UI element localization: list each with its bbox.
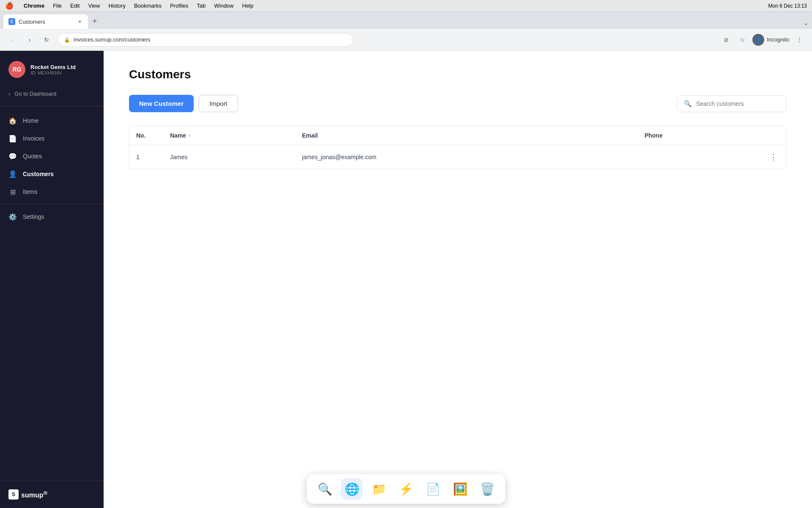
dock-icon-trash[interactable]: 🗑️ [476, 478, 498, 500]
col-name-label: Name [170, 132, 186, 139]
incognito-badge: 👤 Incognito [752, 34, 789, 46]
menu-edit[interactable]: Edit [70, 3, 80, 9]
sort-asc-icon: ↑ [188, 133, 190, 138]
table-body: 1 James james_jonas@example.com ⋮ [129, 145, 786, 169]
menu-bookmarks[interactable]: Bookmarks [134, 3, 162, 9]
sidebar-item-items[interactable]: ⊞ Items [0, 183, 104, 201]
search-icon: 🔍 [684, 100, 692, 108]
browser-tab[interactable]: C Customers ✕ [3, 14, 88, 29]
menu-bar: 🍎 Chrome File Edit View History Bookmark… [0, 0, 812, 12]
menu-app-name[interactable]: Chrome [24, 3, 44, 9]
cell-no: 1 [129, 145, 163, 169]
table-row[interactable]: 1 James james_jonas@example.com ⋮ [129, 145, 786, 169]
incognito-label: Incognito [767, 36, 789, 43]
sidebar-item-customers[interactable]: 👤 Customers [0, 165, 104, 183]
menu-view[interactable]: View [88, 3, 100, 9]
go-to-dashboard-button[interactable]: ‹ Go to Dashboard [0, 86, 104, 101]
dock-icon-bolt[interactable]: ⚡ [395, 478, 417, 500]
go-dashboard-label: Go to Dashboard [14, 91, 56, 97]
cell-menu: ⋮ [761, 145, 786, 169]
search-box[interactable]: 🔍 [677, 95, 787, 112]
company-info: Rocket Gems Ltd ID: MEXH934V [30, 64, 76, 75]
row-menu-button[interactable]: ⋮ [768, 151, 779, 163]
home-icon: 🏠 [8, 116, 17, 125]
cell-email: james_jonas@example.com [295, 145, 638, 169]
dock-icon-notes[interactable]: 📄 [422, 478, 444, 500]
browser-window: C Customers ✕ + ⌄ ‹ › ↻ 🔒 invoices.sumup… [0, 12, 812, 508]
sidebar-label-settings: Settings [23, 213, 44, 220]
menubar-time: Mon 6 Dec 13:13 [768, 3, 807, 9]
dock-icon-preview[interactable]: 🖼️ [449, 478, 471, 500]
page-title: Customers [129, 68, 787, 81]
dock-icon-chrome[interactable]: 🌐 [341, 478, 363, 500]
sidebar-label-home: Home [23, 117, 38, 124]
back-arrow-icon: ‹ [8, 91, 10, 97]
incognito-avatar: 👤 [752, 34, 764, 46]
sidebar: RG Rocket Gems Ltd ID: MEXH934V ‹ Go to … [0, 51, 104, 508]
menu-window[interactable]: Window [214, 3, 233, 9]
new-tab-button[interactable]: + [89, 15, 101, 27]
lock-icon: 🔒 [64, 37, 70, 43]
cell-phone [638, 145, 761, 169]
invoices-icon: 📄 [8, 134, 17, 143]
action-bar: New Customer Import 🔍 [129, 95, 787, 112]
col-header-name[interactable]: Name ↑ [163, 126, 295, 145]
main-content: Customers New Customer Import 🔍 No. [104, 51, 812, 508]
new-customer-button[interactable]: New Customer [129, 95, 194, 112]
customers-icon: 👤 [8, 170, 17, 178]
sumup-text: sumup® [21, 490, 47, 499]
sidebar-item-invoices[interactable]: 📄 Invoices [0, 130, 104, 147]
address-bar: ‹ › ↻ 🔒 invoices.sumup.com/customers ⊘ ☆… [0, 29, 812, 51]
menu-help[interactable]: Help [242, 3, 254, 9]
sidebar-item-settings[interactable]: ⚙️ Settings [0, 208, 104, 226]
import-button[interactable]: Import [199, 95, 238, 112]
sidebar-label-quotes: Quotes [23, 153, 42, 160]
sidebar-divider [0, 106, 104, 107]
sidebar-nav: 🏠 Home 📄 Invoices 💬 Quotes 👤 Customers ⊞ [0, 108, 104, 480]
menu-dots-icon[interactable]: ⋮ [793, 34, 805, 46]
forward-button[interactable]: › [24, 34, 36, 46]
sumup-icon: S [8, 489, 19, 500]
customers-table: No. Name ↑ Email Phone [129, 126, 787, 169]
cast-icon[interactable]: ⊘ [720, 34, 732, 46]
menubar-right: Mon 6 Dec 13:13 [768, 3, 807, 9]
tab-close-button[interactable]: ✕ [76, 18, 83, 25]
apple-menu[interactable]: 🍎 [5, 2, 14, 10]
tab-title: Customers [19, 19, 73, 25]
app-layout: RG Rocket Gems Ltd ID: MEXH934V ‹ Go to … [0, 51, 812, 508]
dock-icon-files[interactable]: 📁 [368, 478, 390, 500]
sidebar-item-home[interactable]: 🏠 Home [0, 112, 104, 130]
menu-history[interactable]: History [108, 3, 125, 9]
cell-name: James [163, 145, 295, 169]
address-bar-right: ⊘ ☆ 👤 Incognito ⋮ [720, 34, 805, 46]
bookmark-icon[interactable]: ☆ [736, 34, 748, 46]
col-header-actions [761, 126, 786, 145]
tab-expand-button[interactable]: ⌄ [804, 19, 809, 26]
sidebar-header: RG Rocket Gems Ltd ID: MEXH934V [0, 51, 104, 86]
url-text: invoices.sumup.com/customers [74, 36, 150, 43]
settings-icon: ⚙️ [8, 213, 17, 221]
company-id: ID: MEXH934V [30, 70, 76, 75]
reload-button[interactable]: ↻ [41, 34, 52, 46]
menu-profiles[interactable]: Profiles [170, 3, 188, 9]
search-input[interactable] [696, 100, 779, 107]
menu-tab[interactable]: Tab [197, 3, 206, 9]
col-header-no: No. [129, 126, 163, 145]
url-bar[interactable]: 🔒 invoices.sumup.com/customers [58, 33, 354, 47]
table-header: No. Name ↑ Email Phone [129, 126, 786, 145]
dock-icon-finder[interactable]: 🔍 [314, 478, 336, 500]
company-name: Rocket Gems Ltd [30, 64, 76, 70]
dock: 🔍 🌐 📁 ⚡ 📄 🖼️ 🗑️ [307, 474, 505, 504]
sumup-reg: ® [43, 490, 47, 496]
menu-file[interactable]: File [53, 3, 62, 9]
sidebar-divider-2 [0, 204, 104, 204]
col-header-phone: Phone [638, 126, 761, 145]
sidebar-item-quotes[interactable]: 💬 Quotes [0, 147, 104, 165]
back-button[interactable]: ‹ [7, 34, 19, 46]
tab-favicon: C [8, 18, 15, 25]
items-icon: ⊞ [8, 188, 17, 196]
sidebar-footer: S sumup® [0, 480, 104, 508]
avatar: RG [8, 61, 25, 78]
col-header-email: Email [295, 126, 638, 145]
sidebar-label-invoices: Invoices [23, 135, 44, 142]
